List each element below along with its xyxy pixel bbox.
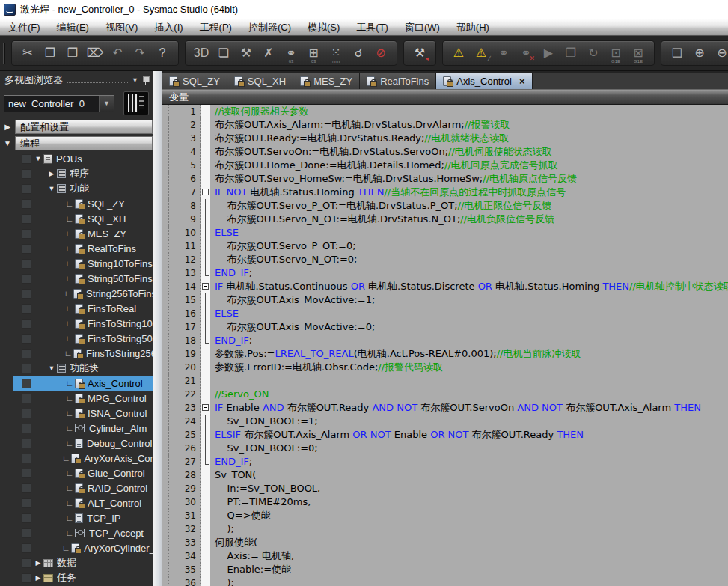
tree-item-axis-control[interactable]: ∟Axis_Control bbox=[0, 376, 153, 391]
check-all-programs-icon[interactable]: ⊞63 bbox=[302, 43, 325, 64]
abort-icon[interactable]: ⊘ bbox=[370, 43, 392, 64]
menu-item[interactable]: 工程(P) bbox=[192, 19, 240, 35]
fit-zoom-icon[interactable]: ❑ bbox=[666, 43, 688, 64]
tree-item-mes-zy[interactable]: ∟MES_ZY bbox=[0, 226, 153, 241]
fold-collapse-icon[interactable] bbox=[202, 283, 209, 290]
menu-item[interactable]: 文件(F) bbox=[0, 19, 49, 35]
tree-item--[interactable]: ▶任务 bbox=[0, 570, 153, 585]
expand-icon[interactable]: ▶ bbox=[33, 559, 43, 567]
tree-item-checkbox[interactable] bbox=[22, 573, 31, 583]
pin-icon[interactable] bbox=[142, 76, 149, 85]
tree-item-mpg-control[interactable]: ∟MPG_Control bbox=[0, 391, 153, 406]
tree-item-debug-control[interactable]: ∟Debug_Control bbox=[0, 436, 153, 451]
check-program-icon[interactable]: ⚭63 bbox=[280, 43, 302, 64]
tree-item-finstostring10[interactable]: ∟FinsToString10 bbox=[0, 316, 153, 331]
menu-item[interactable]: 编辑(E) bbox=[49, 19, 97, 35]
paste-icon[interactable]: ❒ bbox=[61, 43, 84, 64]
controller-select-arrow-icon[interactable]: ▼ bbox=[99, 96, 114, 112]
online-edit-icon[interactable]: ⁙nnn bbox=[325, 43, 347, 64]
tree-item--[interactable]: ▼功能 bbox=[0, 181, 153, 196]
zoom-out-icon[interactable]: ⊖ bbox=[711, 43, 728, 64]
sidebar-splitter[interactable] bbox=[153, 71, 162, 586]
tree-item-checkbox[interactable] bbox=[22, 394, 31, 403]
tree-item-checkbox[interactable] bbox=[22, 229, 31, 239]
tree-item--[interactable]: ▼功能块 bbox=[0, 361, 153, 376]
section-header[interactable]: 编程 bbox=[15, 136, 153, 150]
tree-item-aryxorcylinder-c[interactable]: ∟AryXorCylinder_C bbox=[0, 540, 153, 555]
tree-item-alt-control[interactable]: ∟ALT_Control bbox=[0, 495, 153, 510]
tree-item-checkbox[interactable] bbox=[22, 274, 31, 284]
tab-close-icon[interactable]: × bbox=[519, 76, 525, 87]
tree-item-finstostring50[interactable]: ∟FinsToString50 bbox=[0, 331, 153, 346]
warning-icon[interactable]: ⚠ bbox=[447, 43, 470, 64]
tree-item-cylinder-alm[interactable]: ∟Cylinder_Alm bbox=[0, 421, 153, 436]
tree-item-pous[interactable]: ▼POUs bbox=[0, 151, 153, 166]
tree-item-string256tofins[interactable]: ∟String256ToFins bbox=[0, 286, 153, 301]
fold-collapse-icon[interactable] bbox=[202, 189, 209, 195]
menu-item[interactable]: 工具(T) bbox=[348, 19, 397, 35]
tree-item-checkbox[interactable] bbox=[22, 214, 31, 224]
copy-icon[interactable]: ❐ bbox=[39, 43, 61, 64]
tree-item-checkbox[interactable] bbox=[22, 424, 31, 433]
cascade-windows-icon[interactable]: ❏ bbox=[212, 43, 235, 64]
tree-item-checkbox[interactable] bbox=[22, 259, 31, 269]
build-icon[interactable]: ⚒ bbox=[235, 43, 257, 64]
tree-item-realtofins[interactable]: ∟RealToFins bbox=[0, 241, 153, 256]
menu-item[interactable]: 模拟(S) bbox=[299, 19, 348, 35]
controller-select[interactable]: new_Controller_0 ▼ bbox=[4, 95, 114, 112]
tree-item--[interactable]: ▶数据 bbox=[0, 555, 153, 570]
rebuild-icon[interactable]: ✗ bbox=[257, 43, 280, 64]
tree-item-checkbox[interactable] bbox=[22, 558, 31, 568]
tab-axis-control[interactable]: Axis_Control× bbox=[436, 73, 532, 89]
tree-item-raid-control[interactable]: ∟RAID_Control bbox=[0, 480, 153, 495]
tree-item-glue-control[interactable]: ∟Glue_Control bbox=[0, 466, 153, 480]
st-code-editor[interactable]: 1//读取伺服器相关参数2布尔簇OUT.Axis_Alarm:=电机轴.DrvS… bbox=[162, 105, 728, 586]
tree-item-checkbox[interactable] bbox=[22, 483, 31, 493]
section-expand-icon[interactable]: ▶ bbox=[0, 123, 15, 131]
undo-icon[interactable]: ↶ bbox=[106, 43, 129, 64]
tree-item-checkbox[interactable] bbox=[22, 304, 31, 314]
menu-item[interactable]: 控制器(C) bbox=[240, 19, 299, 35]
tree-item-checkbox[interactable] bbox=[22, 199, 31, 209]
tree-item-tcp-accept[interactable]: ∟TCP_Accept bbox=[0, 525, 153, 540]
monitor-glasses-icon[interactable]: ⚭ bbox=[492, 43, 515, 64]
tree-item-checkbox[interactable] bbox=[22, 439, 31, 448]
tree-item-finstoreal[interactable]: ∟FinsToReal bbox=[0, 301, 153, 316]
tab-realtofins[interactable]: RealToFins bbox=[360, 73, 436, 89]
fold-margin[interactable] bbox=[201, 186, 210, 199]
tree-item-sql-zy[interactable]: ∟SQL_ZY bbox=[0, 196, 153, 211]
tree-item-checkbox[interactable] bbox=[22, 334, 31, 344]
tree-item-checkbox[interactable] bbox=[22, 184, 31, 194]
3d-view-icon[interactable]: 3D bbox=[190, 43, 212, 64]
tab-mes-zy[interactable]: MES_ZY bbox=[293, 73, 360, 89]
tree-item-checkbox[interactable] bbox=[22, 319, 31, 329]
tree-item-sql-xh[interactable]: ∟SQL_XH bbox=[0, 211, 153, 226]
tree-item-checkbox[interactable] bbox=[22, 154, 31, 164]
collapse-icon[interactable]: ▼ bbox=[33, 155, 43, 162]
rebuild-controller-icon[interactable]: ⚒◂ bbox=[409, 43, 431, 64]
transfer-from-controller-icon[interactable]: ⊠G1E bbox=[627, 43, 649, 64]
stop-copy-icon[interactable]: ❐ bbox=[560, 43, 582, 64]
tree-item-checkbox[interactable] bbox=[22, 364, 31, 373]
tree-item-finstostring256[interactable]: ∟FinsToString256 bbox=[0, 346, 153, 361]
tree-item-isna-control[interactable]: ∟ISNA_Control bbox=[0, 406, 153, 421]
tree-item-checkbox[interactable] bbox=[22, 513, 31, 523]
tree-item-checkbox[interactable] bbox=[22, 244, 31, 254]
tree-item-checkbox[interactable] bbox=[22, 469, 31, 478]
tree-item-checkbox[interactable] bbox=[22, 454, 31, 463]
tree-item-checkbox[interactable] bbox=[22, 409, 31, 418]
menu-item[interactable]: 帮助(H) bbox=[448, 19, 498, 35]
tab-sql-zy[interactable]: SQL_ZY bbox=[162, 73, 227, 89]
search-binoculars-icon[interactable]: ☌ bbox=[347, 43, 370, 64]
run-icon[interactable]: ▶ bbox=[537, 43, 560, 64]
transfer-to-controller-icon[interactable]: ⊡G1E bbox=[605, 43, 627, 64]
chevron-down-icon[interactable]: ▼ bbox=[132, 76, 138, 84]
delete-icon[interactable]: ⌦ bbox=[84, 43, 106, 64]
zoom-in-icon[interactable]: ⊕ bbox=[688, 43, 711, 64]
tree-item-checkbox[interactable] bbox=[22, 543, 31, 553]
tree-item-string50tofins[interactable]: ∟String50ToFins bbox=[0, 271, 153, 286]
expand-icon[interactable]: ▶ bbox=[46, 170, 57, 177]
tree-item-checkbox[interactable] bbox=[22, 289, 31, 299]
warning-off-icon[interactable]: ⚠∕ bbox=[470, 43, 492, 64]
tree-item-checkbox[interactable] bbox=[22, 498, 31, 508]
